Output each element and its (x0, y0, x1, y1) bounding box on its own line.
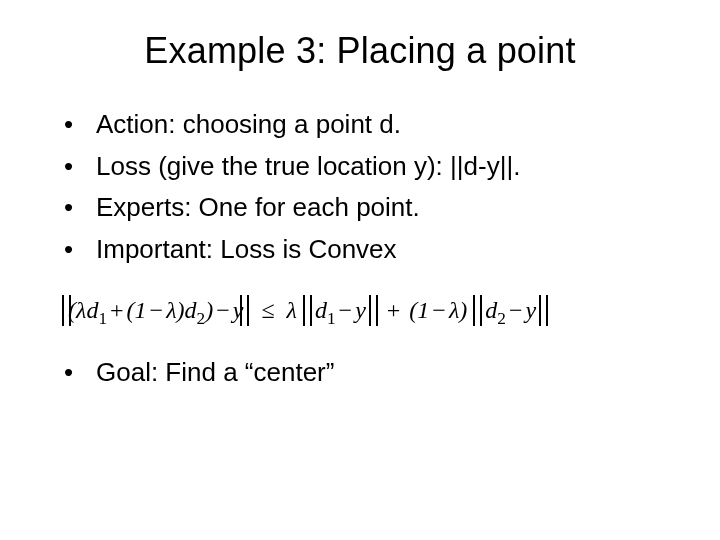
slide: Example 3: Placing a point Action: choos… (0, 0, 720, 540)
bullet-important: Important: Loss is Convex (62, 231, 664, 269)
formula: (λd1+(1−λ)d2)−y ≤ λ d1−y + (1−λ) d2−y (62, 297, 664, 324)
bullet-experts: Experts: One for each point. (62, 189, 664, 227)
bullet-goal: Goal: Find a “center” (62, 354, 664, 392)
formula-lhs-inner: (λd1+(1−λ)d2)−y (68, 297, 243, 323)
formula-r1-inner: d1−y (309, 297, 372, 323)
formula-leq: ≤ (255, 297, 280, 323)
bullet-list-goal: Goal: Find a “center” (62, 354, 664, 392)
bullet-loss: Loss (give the true location y): ||d-y||… (62, 148, 664, 186)
formula-r2-norm: d2−y (473, 297, 548, 324)
slide-title: Example 3: Placing a point (56, 30, 664, 72)
formula-r2-inner: d2−y (479, 297, 542, 323)
formula-r1-coef: λ (287, 297, 297, 323)
bullet-action: Action: choosing a point d. (62, 106, 664, 144)
formula-lhs-norm: (λd1+(1−λ)d2)−y (62, 297, 249, 324)
formula-r1-norm: d1−y (303, 297, 378, 324)
formula-r2-coef: (1−λ) (409, 297, 467, 323)
bullet-list: Action: choosing a point d. Loss (give t… (62, 106, 664, 269)
formula-plus: + (384, 297, 404, 323)
